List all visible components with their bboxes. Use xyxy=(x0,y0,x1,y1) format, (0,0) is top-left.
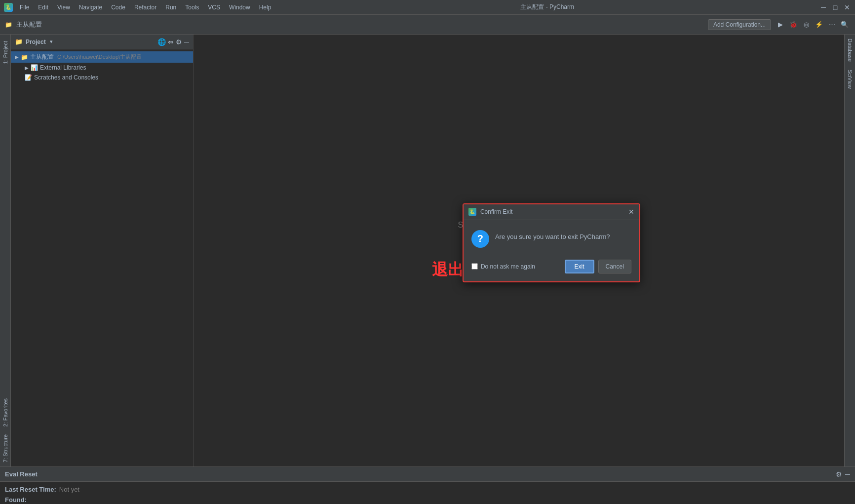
tree-item-root[interactable]: ▶ 📁 主从配置 C:\Users\huawei\Desktop\主从配置 xyxy=(11,51,193,63)
tree-item-scratches[interactable]: 📝 Scratches and Consoles xyxy=(11,73,193,82)
project-tree: ▶ 📁 主从配置 C:\Users\huawei\Desktop\主从配置 ▶ … xyxy=(11,49,193,466)
last-reset-value: Not yet xyxy=(59,486,79,493)
menu-window[interactable]: Window xyxy=(225,2,254,12)
menu-code[interactable]: Code xyxy=(107,2,129,12)
root-path: C:\Users\huawei\Desktop\主从配置 xyxy=(57,53,142,61)
dialog-close-button[interactable]: ✕ xyxy=(628,208,634,216)
project-folder-icon: 📁 xyxy=(21,54,28,61)
collapse-panel-icon[interactable]: ─ xyxy=(184,38,189,46)
settings-panel-icon[interactable]: ⚙ xyxy=(836,470,842,478)
question-icon: ? xyxy=(471,230,489,248)
right-side-tabs: Database SciView xyxy=(844,35,855,466)
project-icon: 📁 xyxy=(5,21,12,28)
menu-vcs[interactable]: VCS xyxy=(204,2,224,12)
scratches-icon: 📝 xyxy=(25,74,32,81)
last-reset-label: Last Reset Time: xyxy=(5,486,56,493)
run-icon[interactable]: ▶ xyxy=(775,19,786,30)
window-title: 主从配置 - PyCharm xyxy=(520,3,574,11)
menu-run[interactable]: Run xyxy=(161,2,180,12)
do-not-ask-checkbox-label[interactable]: Do not ask me again xyxy=(471,263,535,270)
bottom-panel-content: Last Reset Time: Not yet Found: xyxy=(0,482,855,504)
project-panel-title: Project xyxy=(26,39,46,45)
sidebar-item-project[interactable]: 1: Project xyxy=(0,37,10,68)
dialog-title-bar: 🐍 Confirm Exit ✕ xyxy=(464,204,639,220)
dialog-question: ? Are you sure you want to exit PyCharm? xyxy=(471,230,631,248)
menu-view[interactable]: View xyxy=(53,2,74,12)
dialog-question-text: Are you sure you want to exit PyCharm? xyxy=(495,230,610,240)
project-dropdown-icon[interactable]: ▾ xyxy=(50,39,53,45)
project-header: 📁 Project ▾ 🌐 ⇔ ⚙ ─ xyxy=(11,35,193,49)
dialog-buttons: Exit Cancel xyxy=(565,260,631,273)
dialog-app-icon: 🐍 xyxy=(468,208,476,216)
menu-navigate[interactable]: Navigate xyxy=(75,2,106,12)
found-label: Found: xyxy=(5,496,850,504)
sidebar-item-favorites[interactable]: 2: Favorites xyxy=(0,394,10,430)
minimize-button[interactable]: ─ xyxy=(819,3,827,11)
menu-refactor[interactable]: Refactor xyxy=(130,2,160,12)
folder-icon: 📁 xyxy=(15,38,23,45)
project-name: 主从配置 xyxy=(16,20,42,29)
toolbar-icons: ▶ 🐞 ◎ ⚡ ⋯ 🔍 xyxy=(775,19,850,30)
exit-button[interactable]: Exit xyxy=(565,260,594,273)
sidebar-item-structure[interactable]: 7: Structure xyxy=(0,430,10,466)
settings-icon[interactable]: ⚙ xyxy=(176,38,182,46)
bottom-panel-header: Eval Reset ⚙ ─ xyxy=(0,467,855,482)
menu-tools[interactable]: Tools xyxy=(181,2,203,12)
close-button[interactable]: ✕ xyxy=(843,3,851,11)
do-not-ask-checkbox[interactable] xyxy=(471,263,478,270)
add-configuration-button[interactable]: Add Configuration... xyxy=(708,19,771,30)
dialog-body: ? Are you sure you want to exit PyCharm?… xyxy=(464,220,639,281)
confirm-exit-dialog: 🐍 Confirm Exit ✕ ? Are you sure you want… xyxy=(463,203,640,282)
close-panel-icon[interactable]: ─ xyxy=(845,470,850,478)
search-everywhere-icon[interactable]: 🔍 xyxy=(839,19,850,30)
bottom-panel-title: Eval Reset xyxy=(5,470,38,478)
tree-item-external-libraries[interactable]: ▶ 📊 External Libraries xyxy=(11,63,193,73)
debug-icon[interactable]: 🐞 xyxy=(788,19,799,30)
title-bar-left: 🐍 File Edit View Navigate Code Refactor … xyxy=(4,2,275,12)
root-project-name: 主从配置 xyxy=(30,53,54,61)
profile-icon[interactable]: ⚡ xyxy=(814,19,824,30)
menu-edit[interactable]: Edit xyxy=(34,2,52,12)
bottom-panel-icons: ⚙ ─ xyxy=(836,470,850,478)
bottom-panel: Eval Reset ⚙ ─ Last Reset Time: Not yet … xyxy=(0,466,855,504)
library-expand-icon: ▶ xyxy=(25,65,29,71)
globe-icon[interactable]: 🌐 xyxy=(157,38,166,46)
dialog-title: Confirm Exit xyxy=(480,208,628,215)
library-icon: 📊 xyxy=(31,64,38,71)
dialog-footer: Do not ask me again Exit Cancel xyxy=(471,258,631,273)
coverage-icon[interactable]: ◎ xyxy=(801,19,812,30)
left-side-tabs: 1: Project 2: Favorites 7: Structure xyxy=(0,35,11,466)
checkbox-text: Do not ask me again xyxy=(481,263,535,270)
menu-bar: File Edit View Navigate Code Refactor Ru… xyxy=(16,2,275,12)
external-libraries-label: External Libraries xyxy=(40,64,86,71)
cancel-button[interactable]: Cancel xyxy=(598,260,631,273)
editor-area: Search Everywhere Double Shift Go to Fil… xyxy=(194,35,844,466)
maximize-button[interactable]: □ xyxy=(831,3,839,11)
menu-file[interactable]: File xyxy=(16,2,33,12)
project-panel: 📁 Project ▾ 🌐 ⇔ ⚙ ─ ▶ 📁 主从配置 C:\Users\hu… xyxy=(11,35,194,466)
menu-help[interactable]: Help xyxy=(255,2,275,12)
more-icon[interactable]: ⋯ xyxy=(826,19,837,30)
reset-info: Last Reset Time: Not yet xyxy=(5,486,850,493)
title-bar-controls: ─ □ ✕ xyxy=(819,3,851,11)
arrow-icon: ▶ xyxy=(15,54,19,60)
project-header-icons: 🌐 ⇔ ⚙ ─ xyxy=(157,38,189,46)
title-bar: 🐍 File Edit View Navigate Code Refactor … xyxy=(0,0,855,15)
app-icon: 🐍 xyxy=(4,3,13,12)
expand-icon[interactable]: ⇔ xyxy=(168,38,174,46)
sidebar-item-database[interactable]: Database xyxy=(845,35,855,66)
scratches-label: Scratches and Consoles xyxy=(34,74,98,81)
toolbar: 📁 主从配置 Add Configuration... ▶ 🐞 ◎ ⚡ ⋯ 🔍 xyxy=(0,15,855,35)
sidebar-item-sciview[interactable]: SciView xyxy=(845,66,855,93)
